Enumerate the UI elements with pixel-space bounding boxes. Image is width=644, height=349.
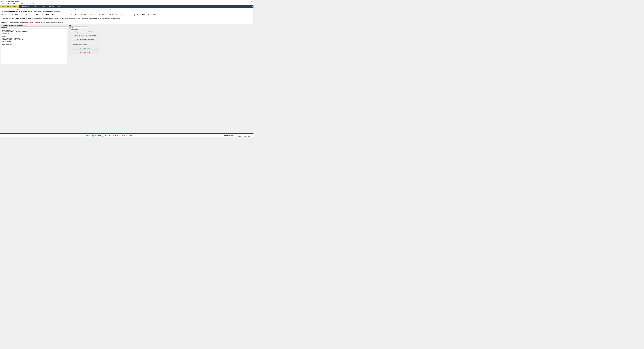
port-label: Port: xyxy=(70,25,72,26)
server-address-label: Diagnostic Server Address or Team Number xyxy=(1,25,67,26)
titlebar: Phoenix Tuner Version (1.5.1.0) xyxy=(0,0,254,2)
chevron-down-icon xyxy=(85,4,86,4)
window-title: Phoenix Tuner Version (1.5.1.0) xyxy=(2,1,19,2)
status-error-badge: GeneralError xyxy=(223,135,236,137)
install-uninstall-group: Install/Uninstall Insert helpful animati… xyxy=(70,30,101,43)
menubar: Options Tools Windows Help | Selected De… xyxy=(0,2,254,5)
server-address-value: 10.0.0.28 xyxy=(1,27,6,28)
log-text: Determining Remote Type... #1 SMP PREEMP… xyxy=(2,30,66,45)
tabstrip-overflow[interactable]: ▾ xyxy=(252,6,254,7)
tab-can-devices[interactable]: CAN Devices xyxy=(19,5,31,8)
server-version-block: Server Version: 1.4.0 (Jun 17 2019, 14:4… xyxy=(236,134,254,137)
menu-help[interactable]: Help xyxy=(21,3,23,5)
server-version-label: Server Version: xyxy=(238,134,252,136)
selected-device-label: Selected Device: xyxy=(28,3,35,4)
uninstall-link[interactable]: Uninstall Phoenix Diagnostics xyxy=(23,22,40,23)
status-message: Updating http://10.0.0.28:1250 CTRE Devi… xyxy=(0,135,223,137)
force-start-button[interactable]: Force Start Server xyxy=(71,46,100,50)
force-legend: Force Diagnostic Server On/Off xyxy=(70,44,88,45)
info-panel: Phoenix Tuner provides field-upgrade, co… xyxy=(0,8,254,24)
labview-link[interactable]: LabVIEW xyxy=(150,14,155,16)
svg-rect-0 xyxy=(247,1,248,2)
menu-tools[interactable]: Tools xyxy=(8,3,11,5)
menu-separator: | xyxy=(25,3,26,4)
helpful-animation-label: Insert helpful animation in roboRIO WebS… xyxy=(73,31,96,33)
force-stop-button[interactable]: Force Stop Server xyxy=(71,51,100,54)
minimize-button[interactable] xyxy=(242,0,245,2)
helpful-animation-checkbox[interactable] xyxy=(71,32,72,33)
tab-config[interactable]: Config xyxy=(39,5,47,8)
force-server-group: Force Diagnostic Server On/Off Force Sta… xyxy=(70,44,101,56)
close-icon[interactable]: ✕ xyxy=(16,6,17,7)
tab-self-test[interactable]: Self-Test xyxy=(47,5,56,8)
install-button[interactable]: Install Phoenix Library/Diagnostics xyxy=(71,34,100,37)
chevron-down-icon xyxy=(66,27,66,28)
selected-device-dropdown[interactable] xyxy=(36,3,86,5)
chevron-down-icon xyxy=(86,27,86,28)
connection-log[interactable]: Determining Remote Type... #1 SMP PREEMP… xyxy=(1,29,67,64)
install-legend: Install/Uninstall xyxy=(70,29,79,31)
app-icon xyxy=(0,1,2,2)
tab-label: Robot Controller Install xyxy=(2,6,16,7)
controls-panel: Diagnostic Server Address or Team Number… xyxy=(0,24,254,65)
tab-robot-controller-install[interactable]: Robot Controller Install ✕ xyxy=(0,5,19,8)
install-link[interactable]: Install Phoenix Library/Diagnostics xyxy=(82,14,102,16)
port-input[interactable]: 1250 xyxy=(70,27,87,29)
port-value: 1250 xyxy=(70,27,73,28)
tabstrip: Robot Controller Install ✕ CAN Devices C… xyxy=(0,5,254,8)
menu-windows[interactable]: Windows xyxy=(13,3,19,5)
maximize-button[interactable] xyxy=(246,0,249,2)
tab-control[interactable]: Control xyxy=(31,5,39,8)
server-version-value: 1.4.0 (Jun 17 2019, 14:48:11) xyxy=(238,136,252,137)
uninstall-button[interactable]: Uninstall Phoenix Diagnostics xyxy=(71,38,100,41)
tab-plot[interactable]: Plot xyxy=(56,5,62,8)
server-address-input[interactable]: 10.0.0.28 xyxy=(1,27,67,29)
status-bar: Updating http://10.0.0.28:1250 CTRE Devi… xyxy=(0,134,254,137)
close-button[interactable] xyxy=(250,0,253,2)
menu-options[interactable]: Options xyxy=(2,3,6,5)
